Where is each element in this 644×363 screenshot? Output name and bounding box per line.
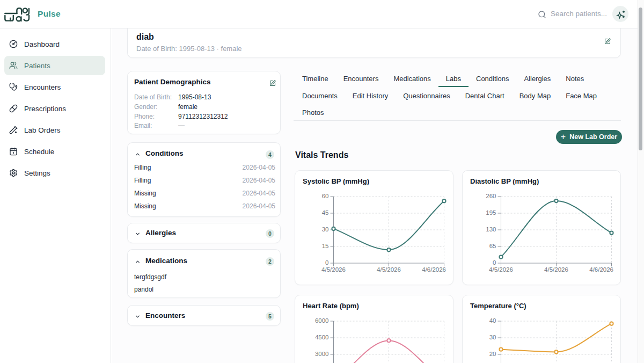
- svg-text:30: 30: [322, 226, 329, 233]
- svg-text:4500: 4500: [315, 334, 329, 340]
- svg-text:45: 45: [322, 209, 329, 216]
- svg-text:0: 0: [325, 259, 328, 266]
- svg-text:3000: 3000: [315, 351, 329, 357]
- svg-text:4/6/2026: 4/6/2026: [589, 266, 613, 273]
- svg-text:4/5/2026: 4/5/2026: [377, 266, 401, 273]
- svg-text:0: 0: [493, 259, 496, 266]
- svg-text:130: 130: [486, 226, 496, 233]
- svg-text:20: 20: [489, 351, 496, 357]
- svg-text:65: 65: [489, 243, 496, 249]
- svg-text:4/6/2026: 4/6/2026: [422, 266, 446, 273]
- svg-text:4/5/2026: 4/5/2026: [544, 266, 568, 273]
- svg-text:40: 40: [489, 317, 496, 324]
- svg-text:4/5/2026: 4/5/2026: [321, 266, 346, 273]
- svg-text:60: 60: [322, 193, 329, 199]
- svg-text:30: 30: [489, 334, 496, 340]
- svg-text:260: 260: [486, 193, 496, 199]
- svg-text:15: 15: [322, 243, 329, 249]
- svg-text:4/5/2026: 4/5/2026: [489, 266, 513, 273]
- svg-text:6000: 6000: [315, 317, 329, 324]
- svg-text:195: 195: [486, 209, 496, 216]
